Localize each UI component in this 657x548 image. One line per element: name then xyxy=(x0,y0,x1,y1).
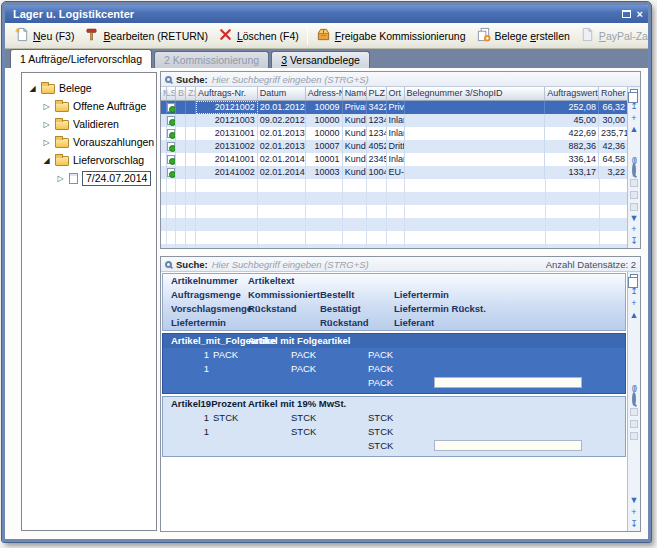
tab-kommissionierung[interactable]: 2 Kommissionierung xyxy=(154,51,269,68)
lieferant-field[interactable] xyxy=(434,440,582,451)
scroll-up-icon[interactable]: ▲ xyxy=(630,124,639,136)
close-icon[interactable]: × xyxy=(637,5,643,23)
layout-icon[interactable] xyxy=(630,432,638,440)
release-picking-button[interactable]: Freigabe Kommissionierung xyxy=(311,25,471,46)
rueckstand-value: STCK xyxy=(291,425,316,439)
tree-item-vorauszahlungen[interactable]: ▷ Vorauszahlungen xyxy=(22,133,156,151)
cell-datum: 02.01.2014 xyxy=(258,166,306,179)
add-row-icon[interactable]: + xyxy=(631,507,636,519)
collapsed-arrow-icon[interactable]: ▷ xyxy=(42,138,51,147)
cell-name: Kunde xyxy=(343,140,367,153)
tree-item-liefervorschlag[interactable]: ◢ Liefervorschlag xyxy=(22,151,156,169)
grid-search-icon[interactable] xyxy=(632,163,636,177)
orders-grid: Suche: Hier Suchbegriff eingeben (STRG+S… xyxy=(160,71,641,249)
scroll-up-icon[interactable]: ▲ xyxy=(630,310,639,322)
cell-belegnummer xyxy=(405,166,546,179)
delete-button[interactable]: Löschen (F4) xyxy=(213,25,304,46)
record-count-label: Anzahl Datensätze: 2 xyxy=(546,259,636,270)
paypal-request-button[interactable]: PayPal-Zahlung anfordern xyxy=(575,25,651,46)
empty-row xyxy=(161,179,627,192)
add-row-icon[interactable]: + xyxy=(631,113,636,125)
rueckstand2-value: PACK xyxy=(368,376,393,390)
cell-rohertrag: 3,22 xyxy=(599,166,627,179)
column-header-rohertrag[interactable]: Roher xyxy=(599,87,627,100)
column-header-auftragsnr[interactable]: Auftrags-Nr. xyxy=(196,87,258,100)
tab-versandbelege[interactable]: 3 Versandbelege xyxy=(271,51,370,68)
order-row[interactable]: 20131001 02.01.2013 10000 Kunde 1234 Inl… xyxy=(161,127,627,140)
cell-ort: Inlan xyxy=(387,114,405,127)
create-documents-button[interactable]: Belege erstellen xyxy=(471,25,575,46)
tabstrip: 1 Aufträge/Liefervorschlag 2 Kommissioni… xyxy=(5,49,648,68)
vorschlagsmenge-value: 1 xyxy=(171,425,209,439)
copy-icon[interactable] xyxy=(630,274,638,283)
position-record[interactable]: Artikel19Prozent Artikel mit 19% MwSt. 1… xyxy=(162,396,626,457)
positions-search-input[interactable]: Hier Suchbegriff eingeben (STRG+S) xyxy=(212,259,369,270)
new-button[interactable]: Neu (F3) xyxy=(9,25,79,46)
cell-plz: 1234 xyxy=(367,114,387,127)
order-row[interactable]: 20141002 02.01.2014 10003 Kunde 1004 EU-… xyxy=(161,166,627,179)
mail-icon[interactable] xyxy=(630,179,638,187)
expanded-arrow-icon[interactable]: ◢ xyxy=(42,156,51,165)
edit-button[interactable]: Bearbeiten (RETURN) xyxy=(79,25,212,46)
tree-item-offene-auftraege[interactable]: ▷ Offene Aufträge xyxy=(22,97,156,115)
titlebar[interactable]: Lager u. Logistikcenter × xyxy=(5,5,648,23)
order-row[interactable]: 20141001 02.01.2014 10001 Kunde 2345 Inl… xyxy=(161,153,627,166)
restore-icon[interactable] xyxy=(622,10,631,18)
order-row-selected[interactable]: 20121002 20.01.2012 10009 Privat K 3422 … xyxy=(161,101,627,114)
expanded-arrow-icon[interactable]: ◢ xyxy=(28,84,37,93)
tree-item-validieren[interactable]: ▷ Validieren xyxy=(22,115,156,133)
delivery-note-icon xyxy=(167,116,175,125)
label-auftragsmenge: Auftragsmenge xyxy=(171,288,241,302)
scroll-down-icon[interactable]: ▼ xyxy=(630,213,639,225)
order-row[interactable]: 20121003 09.02.2012 10000 Kunde 1234 Inl… xyxy=(161,114,627,127)
label-lieferant: Lieferant xyxy=(394,316,434,330)
tree-item-date-leaf[interactable]: ▷ 7/24.07.2014 xyxy=(22,169,156,187)
label-liefertermin: Liefertermin xyxy=(394,288,449,302)
scroll-last-icon[interactable]: ↧ xyxy=(630,236,638,248)
orders-grid-body: M LS BS ZS Auftrags-Nr. Datum Adress-Nr.… xyxy=(161,87,627,248)
add-row-icon[interactable]: + xyxy=(631,298,636,310)
column-header-auftragswert[interactable]: Auftragswert € xyxy=(545,87,599,100)
filter-icon[interactable] xyxy=(630,191,638,199)
tab-auftraege-liefervorschlag[interactable]: 1 Aufträge/Liefervorschlag xyxy=(10,49,152,68)
column-header-plz[interactable]: PLZ xyxy=(367,87,387,100)
cell-ort: Inlan xyxy=(387,127,405,140)
mail-icon[interactable] xyxy=(630,408,638,416)
layout-icon[interactable] xyxy=(630,203,638,211)
cell-ort: Priva xyxy=(387,101,405,114)
column-header-name[interactable]: Name xyxy=(343,87,367,100)
column-header-bs[interactable]: BS xyxy=(176,87,186,100)
add-row-icon[interactable]: + xyxy=(631,224,636,236)
copy-icon[interactable] xyxy=(630,89,638,98)
orders-search-input[interactable]: Hier Suchbegriff eingeben (STRG+S) xyxy=(212,74,369,85)
cell-rohertrag: 42,36 xyxy=(599,140,627,153)
orders-search-bar[interactable]: Suche: Hier Suchbegriff eingeben (STRG+S… xyxy=(161,72,640,87)
filter-icon[interactable] xyxy=(630,420,638,428)
positions-search-bar[interactable]: Suche: Hier Suchbegriff eingeben (STRG+S… xyxy=(161,257,640,272)
scroll-last-icon[interactable]: ↧ xyxy=(630,519,638,531)
grid-search-icon[interactable] xyxy=(632,392,636,406)
empty-row xyxy=(161,192,627,205)
collapsed-arrow-icon[interactable]: ▷ xyxy=(56,174,65,183)
column-header-datum[interactable]: Datum xyxy=(258,87,306,100)
column-header-ls[interactable]: LS xyxy=(167,87,176,100)
tree-item-belege[interactable]: ◢ Belege xyxy=(22,79,156,97)
position-record-selected[interactable]: Artikel_mit_Folgeartike Artikel mit Folg… xyxy=(162,333,626,394)
collapsed-arrow-icon[interactable]: ▷ xyxy=(42,102,51,111)
column-header-ort[interactable]: Ort xyxy=(387,87,405,100)
cell-rohertrag: 64,58 xyxy=(599,153,627,166)
column-header-belegnummer[interactable]: Belegnummer 3/ShopID xyxy=(405,87,546,100)
order-row[interactable]: 20131002 02.01.2013 10007 Kunde 4052 Dri… xyxy=(161,140,627,153)
column-header-zs[interactable]: ZS xyxy=(186,87,196,100)
cell-belegnummer xyxy=(405,153,546,166)
delivery-note-icon xyxy=(167,142,175,151)
column-header-adressnr[interactable]: Adress-Nr. xyxy=(306,87,343,100)
collapsed-arrow-icon[interactable]: ▷ xyxy=(42,120,51,129)
scroll-down-icon[interactable]: ▼ xyxy=(630,495,639,507)
lieferant-field[interactable] xyxy=(434,377,582,388)
cell-auftragsnr: 20141001 xyxy=(196,153,258,166)
cell-datum: 20.01.2012 xyxy=(258,101,306,114)
empty-row xyxy=(161,205,627,218)
cell-auftragsnr: 20121003 xyxy=(196,114,258,127)
empty-row xyxy=(161,218,627,231)
